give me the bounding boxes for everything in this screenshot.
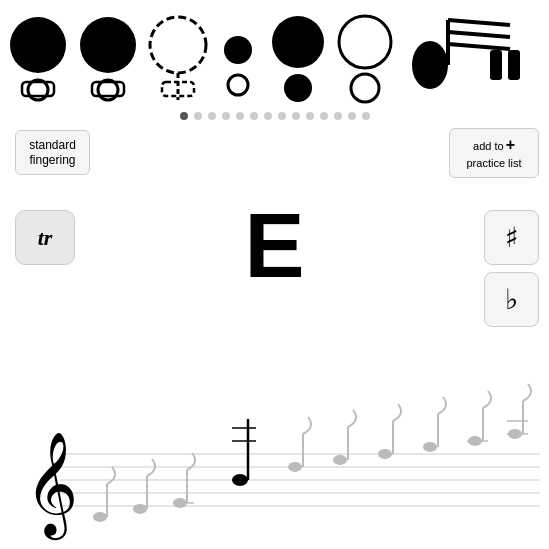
dot-4[interactable] xyxy=(222,112,230,120)
finger-hole-4a xyxy=(224,36,252,64)
finger-hole-1 xyxy=(10,17,66,73)
finger-hole-5a xyxy=(272,16,324,68)
svg-line-11 xyxy=(448,44,510,49)
standard-fingering-button[interactable]: standard fingering xyxy=(15,130,90,175)
finger-hole-3 xyxy=(150,17,206,73)
sharp-icon: ♯ xyxy=(505,221,519,254)
treble-clef-symbol: 𝄞 xyxy=(25,433,78,541)
finger-hole-5b xyxy=(284,74,312,102)
finger-hole-2 xyxy=(80,17,136,73)
svg-line-10 xyxy=(448,32,510,37)
standard-fingering-label-line2: fingering xyxy=(29,153,76,167)
dot-14[interactable] xyxy=(362,112,370,120)
dot-8[interactable] xyxy=(278,112,286,120)
practice-list-label-line1: add to xyxy=(473,139,504,153)
svg-point-30 xyxy=(288,462,302,472)
dot-6[interactable] xyxy=(250,112,258,120)
staff-area: 𝄞 xyxy=(0,359,549,549)
flat-icon: ♭ xyxy=(505,283,518,316)
svg-point-19 xyxy=(93,512,107,522)
dot-1[interactable] xyxy=(180,112,188,120)
practice-list-label-line2: practice list xyxy=(466,156,521,170)
finger-hole-7 xyxy=(412,41,448,89)
fingering-diagram xyxy=(0,0,549,110)
dot-10[interactable] xyxy=(306,112,314,120)
dot-9[interactable] xyxy=(292,112,300,120)
dot-7[interactable] xyxy=(264,112,272,120)
dot-13[interactable] xyxy=(348,112,356,120)
standard-fingering-label-line1: standard xyxy=(29,138,76,152)
note-letter: E xyxy=(244,195,304,298)
svg-rect-13 xyxy=(508,50,520,80)
page-dots xyxy=(180,112,370,120)
svg-point-34 xyxy=(378,449,392,459)
svg-point-32 xyxy=(333,455,347,465)
svg-rect-12 xyxy=(490,50,502,80)
add-to-practice-list-button[interactable]: add to + practice list xyxy=(449,128,539,178)
dot-12[interactable] xyxy=(334,112,342,120)
svg-point-36 xyxy=(423,442,437,452)
svg-point-26 xyxy=(232,474,248,486)
svg-point-7 xyxy=(351,74,379,102)
staff-svg: 𝄞 xyxy=(0,359,549,549)
trill-label: tr xyxy=(38,225,53,251)
svg-point-6 xyxy=(228,75,248,95)
finger-hole-6 xyxy=(339,16,391,68)
dot-2[interactable] xyxy=(194,112,202,120)
trill-button[interactable]: tr xyxy=(15,210,75,265)
svg-point-21 xyxy=(133,504,147,514)
flat-button[interactable]: ♭ xyxy=(484,272,539,327)
svg-line-9 xyxy=(448,20,510,25)
dot-3[interactable] xyxy=(208,112,216,120)
sharp-button[interactable]: ♯ xyxy=(484,210,539,265)
dot-11[interactable] xyxy=(320,112,328,120)
dot-5[interactable] xyxy=(236,112,244,120)
practice-list-plus-icon: + xyxy=(506,135,515,156)
